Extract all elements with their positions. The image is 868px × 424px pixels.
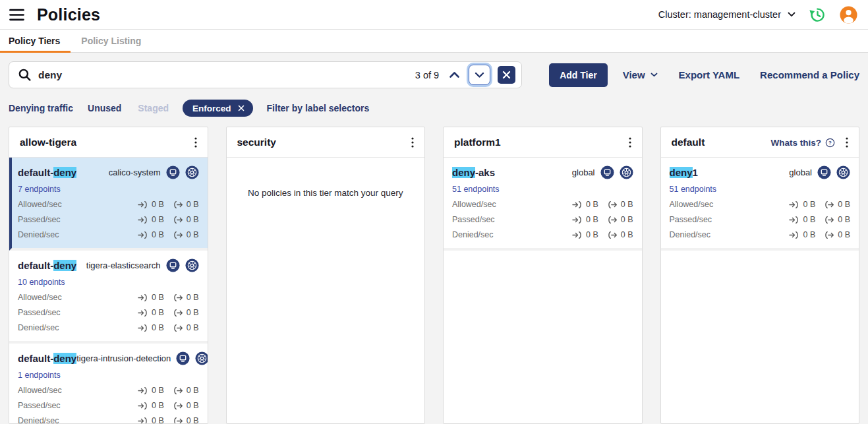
history-icon[interactable]	[809, 6, 826, 24]
egress-icon	[607, 231, 618, 239]
tier-column-allow-tigera: allow-tigera ? default-deny calico-syste…	[9, 127, 208, 424]
metric-row: Passed/sec 0 B 0 B	[18, 215, 199, 224]
filter-by-label-selectors[interactable]: Filter by label selectors	[267, 103, 370, 113]
kubernetes-global-icon	[185, 166, 199, 179]
next-match-button[interactable]	[469, 65, 490, 85]
endpoints-link[interactable]: 51 endpoints	[452, 185, 633, 194]
filter-chip-enforced[interactable]: Enforced	[183, 100, 253, 117]
whats-this-link[interactable]: Whats this? ?	[771, 138, 836, 148]
policy-scope: global	[789, 167, 812, 177]
endpoints-link[interactable]: 7 endpoints	[18, 185, 199, 194]
tier-menu-button[interactable]	[844, 136, 850, 149]
clear-search-button[interactable]	[498, 66, 515, 84]
search-match-highlight: deny	[53, 353, 76, 364]
endpoints-link[interactable]: 10 endpoints	[18, 278, 199, 287]
ingress-icon	[138, 324, 148, 332]
metric-row: Allowed/sec 0 B 0 B	[18, 386, 199, 395]
ingress-value: 0 B	[152, 401, 164, 410]
tier-menu-button[interactable]	[409, 136, 416, 149]
ingress-value: 0 B	[152, 323, 164, 332]
egress-icon	[173, 324, 183, 332]
metric-label: Denied/sec	[18, 230, 138, 239]
previous-match-button[interactable]	[449, 71, 460, 78]
egress-value: 0 B	[187, 215, 199, 224]
policy-name: deny-aks	[452, 167, 495, 178]
ingress-value: 0 B	[803, 230, 815, 239]
tier-column-security: security ? No policies in this tier matc…	[226, 127, 426, 424]
egress-value: 0 B	[621, 230, 633, 239]
kubernetes-global-icon	[620, 166, 633, 179]
policy-card[interactable]: default-deny calico-system 7 endpoints A…	[9, 158, 208, 251]
metric-label: Passed/sec	[18, 308, 138, 317]
egress-value: 0 B	[187, 308, 199, 317]
chevron-down-icon	[788, 12, 796, 17]
egress-icon	[173, 200, 183, 209]
metric-label: Allowed/sec	[452, 200, 572, 209]
export-yaml-button[interactable]: Export YAML	[679, 69, 740, 80]
user-avatar[interactable]	[840, 6, 857, 24]
hamburger-menu-icon[interactable]	[9, 9, 24, 21]
page-title: Policies	[37, 5, 100, 24]
ingress-icon	[138, 200, 148, 209]
policy-name: default-deny	[18, 353, 76, 364]
egress-value: 0 B	[838, 215, 850, 224]
namespace-icon	[166, 166, 180, 179]
ingress-icon	[789, 231, 799, 239]
tab-policy-tiers[interactable]: Policy Tiers	[0, 30, 71, 52]
policy-name: default-deny	[18, 260, 76, 271]
ingress-value: 0 B	[152, 308, 164, 317]
policy-card[interactable]: default-deny tigera-elasticsearch 10 end…	[9, 251, 208, 344]
metric-row: Denied/sec 0 B 0 B	[452, 230, 633, 239]
policy-card[interactable]: deny-aks global 51 endpoints Allowed/sec…	[444, 158, 642, 251]
tier-header: allow-tigera ?	[9, 127, 208, 158]
tier-name: platform1	[454, 136, 627, 148]
tier-column-default: default Whats this? ? deny1 global 51 en…	[660, 127, 860, 424]
egress-value: 0 B	[621, 215, 633, 224]
metric-row: Passed/sec 0 B 0 B	[18, 401, 199, 410]
kebab-menu-icon	[194, 137, 197, 148]
search-input[interactable]	[38, 69, 415, 81]
tier-menu-button[interactable]	[627, 136, 633, 149]
filter-unused[interactable]: Unused	[88, 103, 121, 113]
tier-header: default Whats this? ?	[661, 127, 859, 158]
policy-card[interactable]: deny1 global 51 endpoints Allowed/sec 0 …	[661, 158, 859, 251]
egress-icon	[173, 216, 183, 224]
cluster-selector[interactable]: Cluster: management-cluster	[658, 9, 796, 20]
policy-card[interactable]: default-deny tigera-intrusion-detection …	[9, 344, 208, 424]
endpoints-link[interactable]: 51 endpoints	[670, 185, 851, 194]
ingress-icon	[138, 293, 148, 302]
kubernetes-global-icon	[836, 166, 850, 179]
metric-row: Passed/sec 0 B 0 B	[18, 308, 199, 317]
metric-label: Passed/sec	[452, 215, 572, 224]
tab-policy-listing[interactable]: Policy Listing	[71, 30, 152, 52]
policy-name: deny1	[670, 167, 698, 178]
search-match-highlight: deny	[53, 167, 76, 178]
policy-scope: calico-system	[109, 167, 161, 177]
tier-menu-button[interactable]	[192, 136, 199, 149]
ingress-icon	[138, 309, 148, 317]
policy-name: default-deny	[18, 167, 76, 178]
kebab-menu-icon	[629, 137, 631, 148]
help-circle-icon: ?	[825, 138, 835, 148]
kubernetes-global-icon	[185, 258, 199, 272]
tier-name: allow-tigera	[20, 136, 192, 148]
ingress-icon	[572, 216, 583, 224]
ingress-value: 0 B	[586, 215, 598, 224]
endpoints-link[interactable]: 1 endpoints	[18, 371, 199, 380]
filter-denying-traffic[interactable]: Denying traffic	[9, 103, 73, 113]
top-bar: Policies Cluster: management-cluster	[0, 0, 868, 29]
recommend-policy-button[interactable]: Recommend a Policy	[760, 69, 859, 80]
chevron-down-icon	[651, 73, 658, 77]
ingress-value: 0 B	[152, 200, 164, 209]
egress-value: 0 B	[187, 323, 199, 332]
policy-scope: global	[572, 167, 595, 177]
view-dropdown[interactable]: View	[623, 69, 658, 80]
namespace-icon	[600, 166, 614, 179]
remove-enforced-filter-icon[interactable]	[238, 105, 245, 111]
egress-icon	[173, 293, 183, 302]
ingress-icon	[572, 200, 583, 209]
add-tier-button[interactable]: Add Tier	[549, 63, 608, 87]
filter-staged[interactable]: Staged	[138, 103, 169, 113]
egress-icon	[173, 309, 183, 317]
filters-row: Denying traffic Unused Staged Enforced F…	[9, 100, 859, 117]
